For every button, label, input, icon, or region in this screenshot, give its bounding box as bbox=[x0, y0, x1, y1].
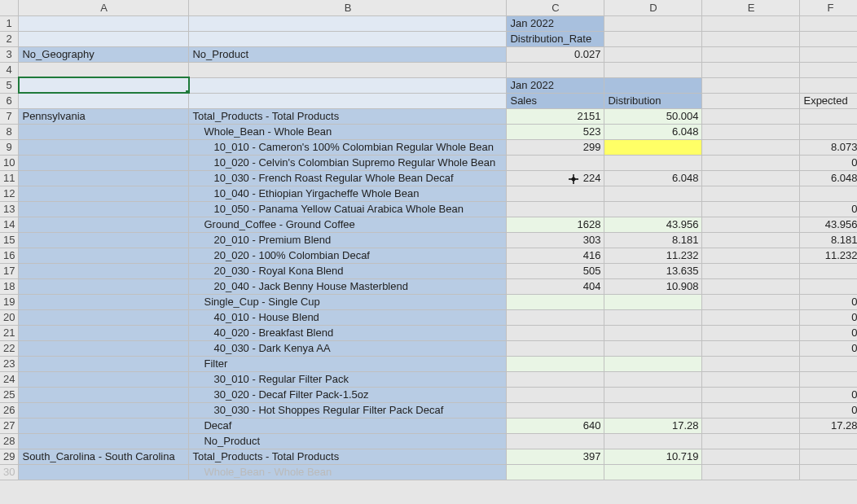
cell[interactable]: 30_010 - Regular Filter Pack bbox=[189, 371, 507, 387]
cell[interactable]: 43.956 bbox=[800, 217, 857, 232]
cell[interactable] bbox=[800, 371, 857, 387]
cell[interactable] bbox=[800, 263, 857, 278]
cell[interactable] bbox=[702, 124, 800, 139]
cell[interactable] bbox=[702, 93, 800, 108]
cell[interactable] bbox=[800, 15, 857, 31]
cell[interactable]: 0 bbox=[800, 294, 857, 309]
cell[interactable] bbox=[702, 31, 800, 46]
row-header[interactable]: 24 bbox=[0, 371, 19, 387]
cell[interactable] bbox=[19, 325, 189, 340]
cell[interactable] bbox=[604, 325, 702, 340]
cell[interactable] bbox=[604, 186, 702, 201]
cell[interactable]: 30_030 - Hot Shoppes Regular Filter Pack… bbox=[189, 402, 507, 418]
cell[interactable]: 6.048 bbox=[604, 170, 702, 186]
cell[interactable]: Jan 2022 bbox=[507, 77, 604, 93]
row-header[interactable]: 3 bbox=[0, 46, 19, 62]
cell[interactable]: 20_030 - Royal Kona Blend bbox=[189, 263, 507, 278]
cell[interactable] bbox=[800, 108, 857, 124]
cell[interactable]: 404 bbox=[507, 278, 604, 294]
cell[interactable] bbox=[507, 387, 604, 402]
cell[interactable]: 43.956 bbox=[604, 217, 702, 232]
cell[interactable]: Decaf bbox=[189, 418, 507, 433]
cell[interactable] bbox=[702, 170, 800, 186]
cell[interactable]: 0 bbox=[800, 387, 857, 402]
cell[interactable] bbox=[189, 93, 507, 108]
cell[interactable] bbox=[507, 155, 604, 170]
cell[interactable]: South_Carolina - South Carolina bbox=[19, 449, 189, 464]
cell[interactable]: 40_020 - Breakfast Blend bbox=[189, 325, 507, 340]
cell[interactable] bbox=[19, 186, 189, 201]
cell[interactable] bbox=[19, 217, 189, 232]
cell[interactable] bbox=[19, 155, 189, 170]
select-all-corner[interactable] bbox=[0, 0, 19, 15]
cell[interactable] bbox=[507, 464, 604, 480]
cell[interactable]: Sales bbox=[507, 93, 604, 108]
cell[interactable] bbox=[19, 248, 189, 263]
row-header[interactable]: 15 bbox=[0, 232, 19, 248]
cell[interactable]: 8.073 bbox=[800, 139, 857, 155]
cell[interactable]: 17.28 bbox=[604, 418, 702, 433]
cell[interactable]: Total_Products - Total Products bbox=[189, 449, 507, 464]
cell[interactable] bbox=[19, 309, 189, 325]
cell[interactable] bbox=[19, 278, 189, 294]
cell[interactable] bbox=[800, 77, 857, 93]
row-header[interactable]: 26 bbox=[0, 402, 19, 418]
cell[interactable] bbox=[702, 371, 800, 387]
row-header[interactable]: 7 bbox=[0, 108, 19, 124]
row-header[interactable]: 20 bbox=[0, 309, 19, 325]
row-header[interactable]: 9 bbox=[0, 139, 19, 155]
cell[interactable] bbox=[702, 340, 800, 356]
cell[interactable] bbox=[507, 309, 604, 325]
row-header[interactable]: 16 bbox=[0, 248, 19, 263]
cell[interactable]: 0 bbox=[800, 402, 857, 418]
cell[interactable]: 0.027 bbox=[507, 46, 604, 62]
cell[interactable] bbox=[702, 309, 800, 325]
cell[interactable] bbox=[702, 15, 800, 31]
col-header-d[interactable]: D bbox=[604, 0, 702, 15]
cell[interactable] bbox=[19, 387, 189, 402]
cell[interactable] bbox=[702, 402, 800, 418]
cell[interactable] bbox=[702, 186, 800, 201]
cell[interactable]: 303 bbox=[507, 232, 604, 248]
cell[interactable] bbox=[702, 62, 800, 77]
cell[interactable]: 20_020 - 100% Colombian Decaf bbox=[189, 248, 507, 263]
cell[interactable] bbox=[19, 263, 189, 278]
cell[interactable] bbox=[702, 278, 800, 294]
cell[interactable] bbox=[604, 15, 702, 31]
cell[interactable]: Jan 2022 bbox=[507, 15, 604, 31]
cell[interactable] bbox=[800, 356, 857, 371]
cell[interactable]: Ground_Coffee - Ground Coffee bbox=[189, 217, 507, 232]
cell[interactable] bbox=[604, 155, 702, 170]
cell[interactable]: No_Product bbox=[189, 433, 507, 449]
spreadsheet-grid[interactable]: A B C D E F 1 Jan 2022 2 Distribution_Ra… bbox=[0, 0, 857, 504]
cell[interactable] bbox=[800, 186, 857, 201]
cell[interactable] bbox=[19, 294, 189, 309]
cell[interactable] bbox=[702, 433, 800, 449]
cell[interactable] bbox=[604, 402, 702, 418]
cell[interactable]: 30_020 - Decaf Filter Pack-1.5oz bbox=[189, 387, 507, 402]
cell[interactable] bbox=[800, 31, 857, 46]
row-header[interactable]: 29 bbox=[0, 449, 19, 464]
row-header[interactable]: 27 bbox=[0, 418, 19, 433]
cell[interactable] bbox=[702, 77, 800, 93]
cell[interactable] bbox=[800, 124, 857, 139]
cell[interactable]: 6.048 bbox=[800, 170, 857, 186]
cell[interactable]: 6.048 bbox=[604, 124, 702, 139]
cell[interactable]: 20_040 - Jack Benny House Masterblend bbox=[189, 278, 507, 294]
cell[interactable] bbox=[507, 201, 604, 217]
cell[interactable] bbox=[19, 433, 189, 449]
cell[interactable] bbox=[19, 170, 189, 186]
cell[interactable] bbox=[189, 62, 507, 77]
cell[interactable] bbox=[702, 464, 800, 480]
row-header[interactable]: 12 bbox=[0, 186, 19, 201]
cell[interactable]: Distribution_Rate bbox=[507, 31, 604, 46]
cell[interactable] bbox=[800, 46, 857, 62]
cell[interactable] bbox=[507, 294, 604, 309]
cell[interactable] bbox=[19, 201, 189, 217]
cell[interactable] bbox=[19, 93, 189, 108]
row-header[interactable]: 25 bbox=[0, 387, 19, 402]
cell[interactable] bbox=[800, 449, 857, 464]
col-header-f[interactable]: F bbox=[800, 0, 857, 15]
cell[interactable] bbox=[702, 387, 800, 402]
cell[interactable]: 0 bbox=[800, 201, 857, 217]
